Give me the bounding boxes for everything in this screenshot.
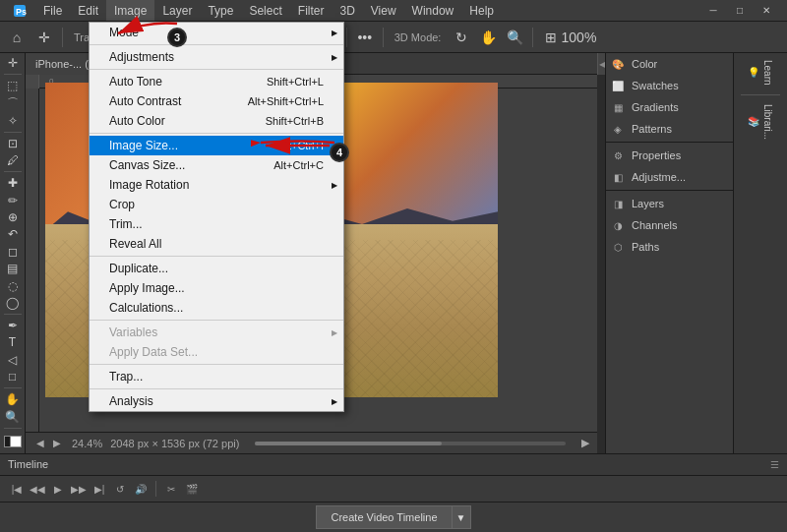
canvas-size-shortcut: Alt+Ctrl+C [273, 159, 324, 171]
dodge-tool[interactable]: ◯ [2, 295, 24, 311]
blur-tool[interactable]: ◌ [2, 277, 24, 293]
create-dropdown-btn[interactable]: ▼ [452, 505, 471, 529]
eraser-tool[interactable]: ◻ [2, 244, 24, 260]
move-tool-btn[interactable]: ✛ [31, 25, 57, 50]
menu-layer[interactable]: Layer [154, 0, 200, 21]
path-tool[interactable]: ◁ [2, 352, 24, 368]
pen-tool[interactable]: ✒ [2, 318, 24, 333]
learn-label: Learn [762, 60, 773, 86]
zoom-level-btn[interactable]: 100% [566, 25, 591, 50]
menu-item-image-rotation[interactable]: Image Rotation [90, 175, 343, 195]
3d-zoom-btn[interactable]: 🔍 [502, 25, 527, 50]
menu-ps[interactable]: Ps [4, 0, 35, 21]
timeline-start-btn[interactable]: |◀ [8, 480, 26, 498]
menu-type[interactable]: Type [200, 0, 241, 21]
timeline-end-btn[interactable]: ▶| [91, 480, 108, 498]
menu-item-auto-color[interactable]: Auto Color Shift+Ctrl+B [90, 111, 343, 131]
fg-bg-color[interactable] [2, 434, 24, 449]
close-button[interactable]: ✕ [754, 0, 779, 24]
menu-image[interactable]: Image [106, 0, 154, 21]
next-arrow[interactable]: ▶ [50, 437, 64, 450]
end-arrow[interactable]: ▶ [581, 437, 589, 449]
create-video-btn[interactable]: Create Video Timeline [316, 505, 451, 529]
menu-item-auto-contrast[interactable]: Auto Contrast Alt+Shift+Ctrl+L [90, 91, 343, 111]
shape-tool[interactable]: □ [2, 369, 24, 384]
type-tool[interactable]: T [2, 334, 24, 350]
menu-view[interactable]: View [363, 0, 404, 21]
panel-layers[interactable]: ◨ Layers [606, 193, 733, 214]
panel-color[interactable]: 🎨 Color [606, 53, 733, 75]
learn-tab[interactable]: 💡 Learn [745, 57, 776, 89]
menu-item-trim[interactable]: Trim... [90, 214, 343, 234]
gradient-tool[interactable]: ▤ [2, 261, 24, 276]
menu-item-variables: Variables [90, 323, 343, 342]
panel-channels[interactable]: ◑ Channels [606, 214, 733, 236]
menu-help[interactable]: Help [461, 0, 502, 21]
tool-separator-6 [4, 428, 22, 429]
timeline-next-btn[interactable]: ▶▶ [70, 480, 88, 498]
panel-swatches[interactable]: ⬜ Swatches [606, 75, 733, 96]
prev-arrow[interactable]: ◀ [33, 437, 47, 450]
menu-item-apply-image[interactable]: Apply Image... [90, 278, 343, 298]
move-tool[interactable]: ✛ [2, 55, 24, 71]
panel-properties[interactable]: ⚙ Properties [606, 145, 733, 166]
libraries-tab[interactable]: 📚 Librari... [745, 101, 776, 143]
menu-item-mode[interactable]: Mode [90, 23, 343, 42]
home-button[interactable]: ⌂ [4, 25, 30, 50]
arrange-btn[interactable]: ⊞ [538, 25, 564, 50]
restore-button[interactable]: □ [727, 0, 753, 24]
menu-file[interactable]: File [35, 0, 70, 21]
stamp-tool[interactable]: ⊕ [2, 209, 24, 225]
panel-adjustments[interactable]: ◧ Adjustme... [606, 166, 733, 188]
image-dropdown-menu: Mode Adjustments Auto Tone Shift+Ctrl+L … [89, 22, 344, 412]
panel-collapse-indicator[interactable]: ◀ [597, 53, 605, 75]
menu-edit[interactable]: Edit [70, 0, 106, 21]
menu-item-reveal-all[interactable]: Reveal All [90, 234, 343, 254]
menu-3d[interactable]: 3D [332, 0, 362, 21]
wand-tool[interactable]: ✧ [2, 113, 24, 129]
marquee-tool[interactable]: ⬚ [2, 78, 24, 93]
more-options-btn[interactable]: ••• [352, 25, 378, 50]
panel-patterns[interactable]: ◈ Patterns [606, 118, 733, 140]
swatches-label: Swatches [632, 80, 729, 91]
nav-arrows: ◀ ▶ [33, 437, 64, 450]
panel-gradients[interactable]: ▦ Gradients [606, 96, 733, 118]
heal-tool[interactable]: ✚ [2, 175, 24, 191]
panel-sections: 🎨 Color ⬜ Swatches ▦ Gradients ◈ Pattern… [606, 53, 733, 453]
timeline-cut-btn[interactable]: ✂ [162, 480, 180, 498]
lasso-tool[interactable]: ⌒ [2, 95, 24, 112]
brush-tool[interactable]: ✏ [2, 193, 24, 208]
menu-sep-1 [90, 44, 343, 45]
crop-tool[interactable]: ⊡ [2, 136, 24, 151]
history-tool[interactable]: ↶ [2, 226, 24, 242]
menu-item-duplicate[interactable]: Duplicate... [90, 259, 343, 278]
menu-item-auto-tone[interactable]: Auto Tone Shift+Ctrl+L [90, 72, 343, 91]
timeline-film-btn[interactable]: 🎬 [183, 480, 201, 498]
3d-pan-btn[interactable]: ✋ [475, 25, 501, 50]
menu-filter[interactable]: Filter [290, 0, 333, 21]
menu-item-image-size[interactable]: Image Size... Alt+Ctrl+I [90, 136, 343, 155]
timeline-audio-btn[interactable]: 🔊 [132, 480, 150, 498]
panel-paths[interactable]: ⬡ Paths [606, 236, 733, 258]
menu-item-canvas-size[interactable]: Canvas Size... Alt+Ctrl+C [90, 155, 343, 175]
menu-item-trap[interactable]: Trap... [90, 367, 343, 386]
timeline-create-area: Create Video Timeline ▼ [316, 502, 470, 532]
zoom-tool[interactable]: 🔍 [2, 409, 24, 425]
eyedropper-tool[interactable]: 🖊 [2, 152, 24, 168]
menu-window[interactable]: Window [404, 0, 462, 21]
timeline-play-btn[interactable]: ▶ [49, 480, 67, 498]
timeline-loop-btn[interactable]: ↺ [111, 480, 129, 498]
timeline-prev-btn[interactable]: ◀◀ [29, 480, 46, 498]
progress-fill [255, 442, 441, 445]
menu-item-adjustments[interactable]: Adjustments [90, 47, 343, 67]
menu-item-crop[interactable]: Crop [90, 195, 343, 214]
menu-item-calculations[interactable]: Calculations... [90, 298, 343, 318]
minimize-button[interactable]: ─ [700, 0, 726, 24]
menu-item-analysis[interactable]: Analysis [90, 391, 343, 411]
menu-select[interactable]: Select [241, 0, 289, 21]
paths-icon: ⬡ [610, 239, 626, 255]
timeline-menu-icon[interactable]: ☰ [770, 459, 779, 470]
3d-rotate-btn[interactable]: ↻ [449, 25, 474, 50]
image-size-shortcut: Alt+Ctrl+I [278, 140, 324, 151]
hand-tool[interactable]: ✋ [2, 391, 24, 407]
